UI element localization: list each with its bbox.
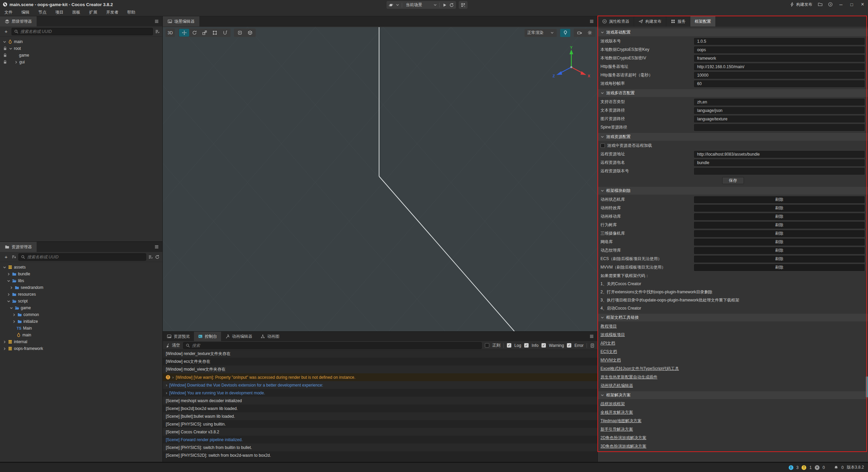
scale-tool-button[interactable]	[199, 29, 210, 37]
info-count-icon[interactable]: i	[789, 465, 793, 470]
lighting-toggle-button[interactable]	[560, 29, 570, 37]
help-icon[interactable]: ?	[828, 2, 833, 7]
link-hotupdate-plugin[interactable]: 原生包热更新配置自动生成插件	[600, 374, 657, 380]
log-row[interactable]: [Scene] Cocos Creator v3.8.2	[163, 428, 597, 436]
mode-3d-button[interactable]: 3D	[165, 28, 175, 37]
language-types-input[interactable]	[694, 99, 865, 105]
asset-item-assets[interactable]: assets	[0, 264, 162, 271]
menu-edit[interactable]: 编辑	[17, 9, 34, 16]
tab-build-publish[interactable]: 构建发布	[634, 16, 666, 26]
frame-rate-input[interactable]	[694, 80, 865, 87]
assets-add-button[interactable]: +	[3, 254, 9, 260]
assets-filter-icon[interactable]	[148, 255, 153, 259]
tab-property-inspector[interactable]: 属性检查器	[598, 16, 634, 26]
chevron-right-icon[interactable]	[9, 286, 13, 290]
log-row[interactable]: [Scene] [bullet]:bullet wasm lib loaded.	[163, 412, 597, 420]
log-row[interactable]: [Scene] [PHYSICS2D]: switch from box2d-w…	[163, 451, 597, 459]
log-row[interactable]: [Scene] meshopt wasm decoder initialized	[163, 397, 597, 405]
axis-gizmo[interactable]: Y X Z	[551, 46, 592, 87]
remove-dynamic-texture-button[interactable]: 剔除	[694, 247, 865, 254]
log-row[interactable]: [Window] render_texture文件夹存在	[163, 350, 597, 358]
section-module-trim[interactable]: 框架模块剔除	[598, 187, 868, 195]
tree-item-main[interactable]: main	[0, 38, 162, 45]
move-tool-button[interactable]	[179, 29, 189, 37]
crypto-iv-input[interactable]	[694, 55, 865, 62]
expand-chevron-icon[interactable]: ›	[166, 383, 167, 387]
render-mode-select[interactable]: 正常渲染	[525, 29, 557, 37]
asset-item-seedrandom[interactable]: seedrandom	[0, 284, 162, 291]
maximize-button[interactable]: □	[849, 2, 854, 7]
chevron-down-icon[interactable]	[9, 306, 13, 310]
asset-item-script[interactable]: script	[0, 298, 162, 304]
rect-tool-button[interactable]	[210, 29, 220, 37]
chevron-right-icon[interactable]	[12, 313, 16, 317]
log-row-warning[interactable]: ! › [Window] [Vue warn]: Property "onInp…	[163, 373, 597, 381]
menu-help[interactable]: 帮助	[123, 9, 140, 16]
remote-res-version-input[interactable]	[694, 168, 865, 175]
chevron-right-icon[interactable]	[7, 293, 11, 296]
hierarchy-filter-icon[interactable]	[155, 29, 160, 34]
menu-panel[interactable]: 面板	[68, 9, 85, 16]
chevron-right-icon[interactable]	[14, 60, 18, 64]
log-row[interactable]: [Scene] [box2d]:box2d wasm lib loaded.	[163, 405, 597, 412]
hierarchy-tab[interactable]: 层级管理器	[0, 16, 37, 26]
asset-item-ts-main[interactable]: TS Main	[0, 325, 162, 332]
hierarchy-search-input[interactable]	[20, 29, 151, 34]
link-tiledmap-solution[interactable]: Tiledmap地图解决方案	[600, 418, 642, 424]
link-ecs-docs[interactable]: ECS文档	[600, 349, 617, 355]
build-publish-button[interactable]: 构建发布	[790, 2, 812, 7]
filter-info-checkbox[interactable]: ✓	[524, 343, 529, 348]
section-resource-config[interactable]: 游戏资源配置	[598, 133, 868, 141]
section-language-config[interactable]: 游戏多语言配置	[598, 89, 868, 97]
chevron-down-icon[interactable]	[9, 47, 13, 51]
log-row[interactable]: [Window] model_view文件夹存在	[163, 366, 597, 373]
restart-button[interactable]	[449, 3, 454, 7]
menu-file[interactable]: 文件	[0, 9, 17, 16]
link-api-docs[interactable]: API文档	[600, 340, 615, 346]
remote-bundle-name-input[interactable]	[694, 159, 865, 166]
close-button[interactable]: ×	[860, 1, 865, 7]
tab-animation-graph[interactable]: 动画图	[256, 332, 283, 341]
assets-sort-icon[interactable]	[12, 255, 16, 259]
inspector-scrollbar[interactable]	[866, 376, 868, 397]
log-row-info[interactable]: › [Window] You are running Vue in develo…	[163, 389, 597, 397]
tab-animation-editor[interactable]: 动画编辑器	[221, 332, 256, 341]
asset-item-common[interactable]: common	[0, 311, 162, 318]
filter-log-checkbox[interactable]: ✓	[507, 343, 511, 348]
notification-bell-icon[interactable]	[834, 465, 839, 470]
save-button[interactable]: 保存	[722, 177, 744, 184]
link-animator-editor[interactable]: 动画状态机编辑器	[600, 383, 633, 389]
chevron-right-icon[interactable]	[7, 272, 11, 276]
remove-move-button[interactable]: 剔除	[694, 213, 865, 220]
asset-item-libs[interactable]: libs	[0, 277, 162, 284]
console-menu-icon[interactable]	[586, 332, 597, 341]
scene-camera-button[interactable]	[574, 29, 585, 37]
chevron-down-icon[interactable]	[3, 266, 6, 269]
link-tutorial-project[interactable]: 教程项目	[600, 323, 617, 329]
remove-behavior-tree-button[interactable]: 剔除	[694, 222, 865, 229]
log-file-icon[interactable]	[590, 343, 595, 348]
scene-menu-icon[interactable]	[586, 16, 597, 26]
assets-menu-icon[interactable]	[151, 242, 162, 252]
image-res-path-input[interactable]	[694, 116, 865, 122]
asset-item-main-scene[interactable]: main	[0, 332, 162, 338]
remove-effect-button[interactable]: 剔除	[694, 205, 865, 212]
assets-refresh-icon[interactable]	[155, 255, 160, 259]
chevron-right-icon[interactable]	[12, 320, 16, 323]
remove-camera3d-button[interactable]: 剔除	[694, 230, 865, 237]
assets-tab[interactable]: 资源管理器	[0, 242, 37, 252]
hierarchy-add-button[interactable]: +	[3, 28, 9, 34]
expand-chevron-icon[interactable]: ›	[166, 391, 167, 395]
text-res-path-input[interactable]	[694, 107, 865, 114]
tab-services[interactable]: 服务	[666, 16, 690, 26]
link-mvvm-docs[interactable]: MVVM文档	[600, 357, 621, 363]
scene-select-dropdown-icon[interactable]	[433, 3, 437, 7]
link-3drpg-solution[interactable]: 3D角色扮演游戏解决方案	[600, 444, 646, 449]
play-button[interactable]	[442, 3, 447, 7]
link-guide-solution[interactable]: 新手引导解决方案	[600, 427, 633, 432]
chevron-down-icon[interactable]	[7, 279, 11, 283]
remote-res-url-input[interactable]	[694, 151, 865, 158]
log-row[interactable]: [Scene] [PHYSICS]: using builtin.	[163, 420, 597, 428]
minimize-button[interactable]: ─	[838, 2, 844, 7]
remote-load-checkbox[interactable]	[600, 143, 605, 148]
